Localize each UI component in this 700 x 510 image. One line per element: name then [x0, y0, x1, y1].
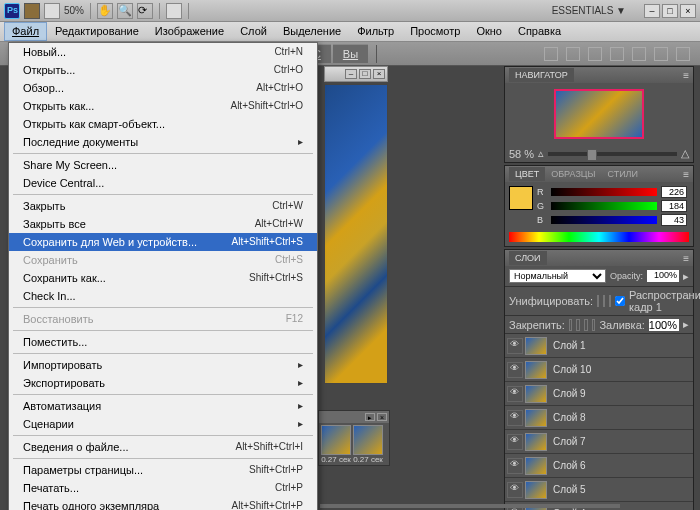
- lock-position-icon[interactable]: [584, 319, 588, 331]
- layer-name[interactable]: Слой 1: [553, 340, 586, 351]
- menu-item[interactable]: Экспортировать▸: [9, 374, 317, 392]
- navigator-tab[interactable]: НАВИГАТОР: [509, 68, 574, 82]
- zoom-in-icon[interactable]: △: [681, 147, 689, 160]
- navigator-thumbnail[interactable]: [554, 89, 644, 139]
- menu-item[interactable]: Новый...Ctrl+N: [9, 43, 317, 61]
- styles-tab[interactable]: СТИЛИ: [601, 167, 644, 181]
- menu-item[interactable]: Автоматизация▸: [9, 397, 317, 415]
- opacity-flyout-icon[interactable]: ▸: [683, 270, 689, 283]
- layer-name[interactable]: Слой 7: [553, 436, 586, 447]
- opt-icon[interactable]: [566, 47, 580, 61]
- layer-thumbnail[interactable]: [525, 361, 547, 379]
- blue-value[interactable]: 43: [661, 214, 687, 226]
- visibility-toggle[interactable]: [507, 410, 523, 426]
- menu-item[interactable]: Сохранить для Web и устройств...Alt+Shif…: [9, 233, 317, 251]
- menu-item[interactable]: ЗакрытьCtrl+W: [9, 197, 317, 215]
- menu-filter[interactable]: Фильтр: [349, 22, 402, 41]
- menu-item[interactable]: Печать одного экземпляраAlt+Shift+Ctrl+P: [9, 497, 317, 510]
- rotate-icon[interactable]: ⟳: [137, 3, 153, 19]
- opacity-value[interactable]: 100%: [647, 270, 679, 282]
- color-spectrum[interactable]: [509, 232, 689, 242]
- unify-icon[interactable]: [603, 295, 605, 307]
- green-value[interactable]: 184: [661, 200, 687, 212]
- opt-icon[interactable]: [632, 47, 646, 61]
- menu-item[interactable]: Обзор...Alt+Ctrl+O: [9, 79, 317, 97]
- hand-icon[interactable]: ✋: [97, 3, 113, 19]
- opt-icon[interactable]: [676, 47, 690, 61]
- minimize-button[interactable]: –: [644, 4, 660, 18]
- doc-minimize-button[interactable]: –: [345, 69, 357, 79]
- close-button[interactable]: ×: [680, 4, 696, 18]
- layer-row[interactable]: Слой 6: [505, 454, 693, 478]
- menu-item[interactable]: Share My Screen...: [9, 156, 317, 174]
- red-slider[interactable]: [551, 188, 657, 196]
- menu-select[interactable]: Выделение: [275, 22, 349, 41]
- menu-item[interactable]: Сохранить как...Shift+Ctrl+S: [9, 269, 317, 287]
- foreground-color-swatch[interactable]: [509, 186, 533, 210]
- visibility-toggle[interactable]: [507, 482, 523, 498]
- menu-window[interactable]: Окно: [468, 22, 510, 41]
- red-value[interactable]: 226: [661, 186, 687, 198]
- green-slider[interactable]: [551, 202, 657, 210]
- layer-thumbnail[interactable]: [525, 457, 547, 475]
- screen-mode-icon[interactable]: [166, 3, 182, 19]
- menu-item[interactable]: Сведения о файле...Alt+Shift+Ctrl+I: [9, 438, 317, 456]
- layer-thumbnail[interactable]: [525, 337, 547, 355]
- visibility-toggle[interactable]: [507, 434, 523, 450]
- layer-thumbnail[interactable]: [525, 409, 547, 427]
- menu-item[interactable]: Параметры страницы...Shift+Ctrl+P: [9, 461, 317, 479]
- layers-tab[interactable]: СЛОИ: [509, 251, 547, 265]
- visibility-toggle[interactable]: [507, 338, 523, 354]
- color-tab[interactable]: ЦВЕТ: [509, 167, 545, 181]
- animation-frame[interactable]: 0.27 сек: [321, 425, 351, 464]
- visibility-toggle[interactable]: [507, 458, 523, 474]
- visibility-toggle[interactable]: [507, 362, 523, 378]
- menu-item[interactable]: Печатать...Ctrl+P: [9, 479, 317, 497]
- layer-thumbnail[interactable]: [525, 385, 547, 403]
- menu-file[interactable]: Файл: [4, 22, 47, 41]
- menu-layer[interactable]: Слой: [232, 22, 275, 41]
- opt-icon[interactable]: [654, 47, 668, 61]
- layer-row[interactable]: Слой 8: [505, 406, 693, 430]
- layer-row[interactable]: Слой 7: [505, 430, 693, 454]
- menu-item[interactable]: Поместить...: [9, 333, 317, 351]
- maximize-button[interactable]: □: [662, 4, 678, 18]
- panel-menu-icon[interactable]: ≡: [683, 253, 689, 264]
- zoom-out-icon[interactable]: ▵: [538, 147, 544, 160]
- layer-name[interactable]: Слой 6: [553, 460, 586, 471]
- layer-thumbnail[interactable]: [525, 481, 547, 499]
- layer-name[interactable]: Слой 10: [553, 364, 591, 375]
- lock-pixels-icon[interactable]: [576, 319, 580, 331]
- menu-item[interactable]: Device Central...: [9, 174, 317, 192]
- menu-help[interactable]: Справка: [510, 22, 569, 41]
- menu-item[interactable]: Импортировать▸: [9, 356, 317, 374]
- opt-icon[interactable]: [588, 47, 602, 61]
- unify-icon[interactable]: [597, 295, 599, 307]
- bridge-icon[interactable]: [24, 3, 40, 19]
- visibility-toggle[interactable]: [507, 386, 523, 402]
- layer-name[interactable]: Слой 5: [553, 484, 586, 495]
- lock-all-icon[interactable]: [592, 319, 596, 331]
- layer-row[interactable]: Слой 5: [505, 478, 693, 502]
- doc-close-button[interactable]: ×: [373, 69, 385, 79]
- menu-item[interactable]: Последние документы▸: [9, 133, 317, 151]
- document-canvas[interactable]: [324, 84, 388, 384]
- blend-mode-select[interactable]: Нормальный: [509, 269, 606, 283]
- menu-view[interactable]: Просмотр: [402, 22, 468, 41]
- doc-maximize-button[interactable]: □: [359, 69, 371, 79]
- propagate-checkbox[interactable]: [615, 296, 625, 306]
- layer-thumbnail[interactable]: [525, 433, 547, 451]
- swatches-tab[interactable]: ОБРАЗЦЫ: [545, 167, 601, 181]
- layer-row[interactable]: Слой 1: [505, 334, 693, 358]
- workspace-switcher[interactable]: ESSENTIALS ▼: [546, 3, 632, 18]
- unify-icon[interactable]: [609, 295, 611, 307]
- layer-row[interactable]: Слой 10: [505, 358, 693, 382]
- menu-item[interactable]: Открыть...Ctrl+O: [9, 61, 317, 79]
- menu-item[interactable]: Закрыть всеAlt+Ctrl+W: [9, 215, 317, 233]
- menu-item[interactable]: Check In...: [9, 287, 317, 305]
- panel-menu-icon[interactable]: ≡: [683, 70, 689, 81]
- anim-close-icon[interactable]: ×: [377, 413, 387, 421]
- menu-edit[interactable]: Редактирование: [47, 22, 147, 41]
- opt-tab[interactable]: Вы: [333, 44, 368, 63]
- zoom-icon[interactable]: 🔍: [117, 3, 133, 19]
